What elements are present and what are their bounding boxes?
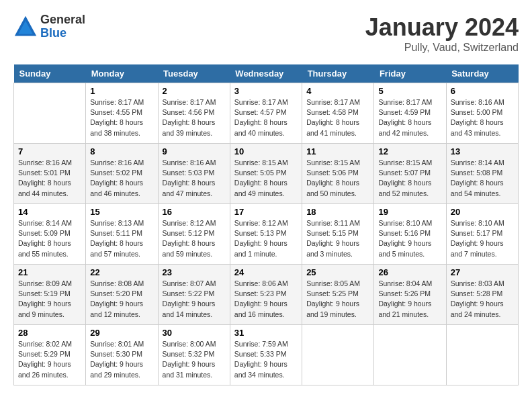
calendar-cell: 7Sunrise: 8:16 AMSunset: 5:01 PMDaylight… [14, 144, 86, 204]
day-info: Sunrise: 8:09 AMSunset: 5:19 PMDaylight:… [18, 279, 81, 320]
calendar-cell: 4Sunrise: 8:17 AMSunset: 4:58 PMDaylight… [302, 83, 374, 144]
day-number: 13 [451, 146, 514, 156]
header-wednesday: Wednesday [230, 64, 302, 83]
day-info: Sunrise: 8:05 AMSunset: 5:25 PMDaylight:… [306, 279, 369, 320]
day-info: Sunrise: 8:06 AMSunset: 5:23 PMDaylight:… [234, 279, 298, 320]
calendar-cell: 10Sunrise: 8:15 AMSunset: 5:05 PMDayligh… [230, 144, 302, 204]
calendar-week-row: 28Sunrise: 8:02 AMSunset: 5:29 PMDayligh… [14, 325, 519, 385]
calendar-cell: 21Sunrise: 8:09 AMSunset: 5:19 PMDayligh… [14, 265, 86, 325]
day-number: 27 [451, 267, 514, 277]
calendar-week-row: 1Sunrise: 8:17 AMSunset: 4:55 PMDaylight… [14, 83, 519, 144]
day-info: Sunrise: 8:14 AMSunset: 5:09 PMDaylight:… [18, 218, 81, 259]
day-info: Sunrise: 8:01 AMSunset: 5:30 PMDaylight:… [90, 339, 153, 380]
day-info: Sunrise: 8:12 AMSunset: 5:12 PMDaylight:… [163, 218, 226, 259]
calendar-cell: 20Sunrise: 8:10 AMSunset: 5:17 PMDayligh… [446, 204, 518, 265]
calendar-cell: 6Sunrise: 8:16 AMSunset: 5:00 PMDaylight… [446, 83, 518, 144]
calendar-cell: 5Sunrise: 8:17 AMSunset: 4:59 PMDaylight… [374, 83, 446, 144]
day-info: Sunrise: 8:16 AMSunset: 5:02 PMDaylight:… [90, 158, 153, 199]
header-saturday: Saturday [446, 64, 518, 83]
calendar-cell: 27Sunrise: 8:03 AMSunset: 5:28 PMDayligh… [446, 265, 518, 325]
day-number: 6 [451, 86, 514, 96]
day-number: 25 [306, 267, 369, 277]
day-number: 21 [18, 267, 81, 277]
day-number: 31 [234, 328, 298, 338]
calendar-cell: 2Sunrise: 8:17 AMSunset: 4:56 PMDaylight… [158, 83, 230, 144]
day-info: Sunrise: 8:15 AMSunset: 5:06 PMDaylight:… [306, 158, 369, 199]
day-number: 17 [234, 207, 298, 217]
day-info: Sunrise: 8:07 AMSunset: 5:22 PMDaylight:… [163, 279, 226, 320]
day-info: Sunrise: 8:16 AMSunset: 5:01 PMDaylight:… [18, 158, 81, 199]
calendar-cell [14, 83, 86, 144]
calendar-cell: 19Sunrise: 8:10 AMSunset: 5:16 PMDayligh… [374, 204, 446, 265]
day-info: Sunrise: 8:10 AMSunset: 5:17 PMDaylight:… [451, 218, 514, 259]
day-number: 14 [18, 207, 81, 217]
day-number: 18 [306, 207, 369, 217]
day-number: 5 [378, 86, 441, 96]
title-area: January 2024 Pully, Vaud, Switzerland [365, 13, 519, 54]
day-info: Sunrise: 8:08 AMSunset: 5:20 PMDaylight:… [90, 279, 153, 320]
calendar-cell: 31Sunrise: 7:59 AMSunset: 5:33 PMDayligh… [230, 325, 302, 385]
header-friday: Friday [374, 64, 446, 83]
calendar-cell: 24Sunrise: 8:06 AMSunset: 5:23 PMDayligh… [230, 265, 302, 325]
calendar-cell: 15Sunrise: 8:13 AMSunset: 5:11 PMDayligh… [86, 204, 158, 265]
day-number: 12 [378, 146, 441, 156]
day-info: Sunrise: 8:00 AMSunset: 5:32 PMDaylight:… [163, 339, 226, 380]
day-number: 28 [18, 328, 81, 338]
day-info: Sunrise: 8:17 AMSunset: 4:57 PMDaylight:… [234, 97, 298, 138]
day-number: 22 [90, 267, 153, 277]
calendar-cell: 8Sunrise: 8:16 AMSunset: 5:02 PMDaylight… [86, 144, 158, 204]
day-info: Sunrise: 8:11 AMSunset: 5:15 PMDaylight:… [306, 218, 369, 259]
calendar-cell: 9Sunrise: 8:16 AMSunset: 5:03 PMDaylight… [158, 144, 230, 204]
calendar-cell: 18Sunrise: 8:11 AMSunset: 5:15 PMDayligh… [302, 204, 374, 265]
day-number: 15 [90, 207, 153, 217]
day-info: Sunrise: 8:17 AMSunset: 4:55 PMDaylight:… [90, 97, 153, 138]
day-info: Sunrise: 8:04 AMSunset: 5:26 PMDaylight:… [378, 279, 441, 320]
day-number: 1 [90, 86, 153, 96]
day-number: 9 [163, 146, 226, 156]
calendar-cell: 26Sunrise: 8:04 AMSunset: 5:26 PMDayligh… [374, 265, 446, 325]
day-info: Sunrise: 8:03 AMSunset: 5:28 PMDaylight:… [451, 279, 514, 320]
day-number: 3 [234, 86, 298, 96]
day-info: Sunrise: 8:17 AMSunset: 4:58 PMDaylight:… [306, 97, 369, 138]
calendar-cell: 1Sunrise: 8:17 AMSunset: 4:55 PMDaylight… [86, 83, 158, 144]
logo-blue-text: Blue [40, 27, 85, 40]
calendar-header-row: SundayMondayTuesdayWednesdayThursdayFrid… [14, 64, 519, 83]
day-number: 30 [163, 328, 226, 338]
day-number: 4 [306, 86, 369, 96]
day-info: Sunrise: 8:12 AMSunset: 5:13 PMDaylight:… [234, 218, 298, 259]
calendar-cell: 3Sunrise: 8:17 AMSunset: 4:57 PMDaylight… [230, 83, 302, 144]
calendar-cell: 28Sunrise: 8:02 AMSunset: 5:29 PMDayligh… [14, 325, 86, 385]
calendar-cell: 11Sunrise: 8:15 AMSunset: 5:06 PMDayligh… [302, 144, 374, 204]
day-info: Sunrise: 8:15 AMSunset: 5:05 PMDaylight:… [234, 158, 298, 199]
calendar-cell: 30Sunrise: 8:00 AMSunset: 5:32 PMDayligh… [158, 325, 230, 385]
day-info: Sunrise: 8:16 AMSunset: 5:03 PMDaylight:… [163, 158, 226, 199]
header-tuesday: Tuesday [158, 64, 230, 83]
day-info: Sunrise: 8:15 AMSunset: 5:07 PMDaylight:… [378, 158, 441, 199]
logo: General Blue [13, 13, 85, 40]
day-number: 10 [234, 146, 298, 156]
header-sunday: Sunday [14, 64, 86, 83]
calendar-cell [446, 325, 518, 385]
calendar-cell: 13Sunrise: 8:14 AMSunset: 5:08 PMDayligh… [446, 144, 518, 204]
calendar-cell: 14Sunrise: 8:14 AMSunset: 5:09 PMDayligh… [14, 204, 86, 265]
logo-general-text: General [40, 13, 85, 27]
day-number: 19 [378, 207, 441, 217]
day-info: Sunrise: 8:17 AMSunset: 4:56 PMDaylight:… [163, 97, 226, 138]
day-info: Sunrise: 8:16 AMSunset: 5:00 PMDaylight:… [451, 97, 514, 138]
calendar-cell [374, 325, 446, 385]
logo-icon [13, 15, 38, 39]
calendar-cell: 22Sunrise: 8:08 AMSunset: 5:20 PMDayligh… [86, 265, 158, 325]
location-title: Pully, Vaud, Switzerland [365, 42, 519, 54]
calendar-week-row: 14Sunrise: 8:14 AMSunset: 5:09 PMDayligh… [14, 204, 519, 265]
page-header: General Blue January 2024 Pully, Vaud, S… [13, 13, 519, 54]
calendar-cell: 25Sunrise: 8:05 AMSunset: 5:25 PMDayligh… [302, 265, 374, 325]
day-info: Sunrise: 8:17 AMSunset: 4:59 PMDaylight:… [378, 97, 441, 138]
day-number: 11 [306, 146, 369, 156]
day-number: 23 [163, 267, 226, 277]
day-number: 26 [378, 267, 441, 277]
day-info: Sunrise: 8:14 AMSunset: 5:08 PMDaylight:… [451, 158, 514, 199]
calendar-cell: 16Sunrise: 8:12 AMSunset: 5:12 PMDayligh… [158, 204, 230, 265]
header-monday: Monday [86, 64, 158, 83]
header-thursday: Thursday [302, 64, 374, 83]
day-number: 2 [163, 86, 226, 96]
